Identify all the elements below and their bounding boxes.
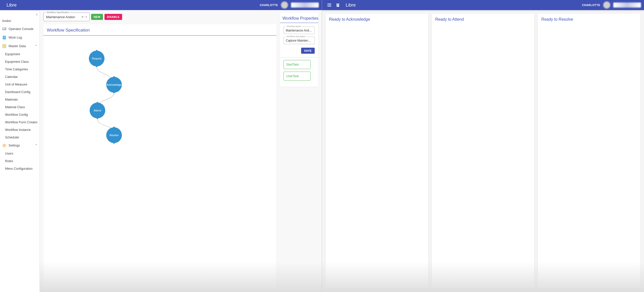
sidebar-item-calendar[interactable]: Calendar [0,73,40,81]
sidebar-item-label: Dashboard Config [5,90,30,94]
node-label: Resolve [110,134,119,137]
sidebar-item-label: Scheduler [5,136,19,139]
sidebar-item-material-class[interactable]: Material Class [0,103,40,111]
sidebar-item-label: Workflow Instance [5,128,31,132]
field-label: Workflow Specification [46,11,70,14]
spec-title: Workflow Specification [43,24,276,35]
sidebar-item-andon[interactable]: Andon [0,17,40,25]
column-ready-to-attend[interactable]: Ready to Attend [432,14,534,288]
chevron-left-icon[interactable]: ‹ [36,12,38,17]
disable-button[interactable]: DISABLE [104,14,122,20]
sidebar-item-materials[interactable]: Materials [0,96,40,103]
workflow-diagram[interactable]: Request Acknowledge Attend Resolve [43,36,276,177]
clipboard-icon[interactable] [334,1,342,9]
right-header: Libre CHARLOTTE [322,0,644,10]
user-task-button[interactable]: UserTask [283,72,311,81]
brand-logo [613,3,641,8]
sidebar-item-label: Workflow Form Creator [5,121,38,124]
sidebar-item-label: Calendar [5,75,18,79]
master-data-icon [2,44,7,48]
gear-icon [2,143,7,148]
sidebar-item-workflow-config[interactable]: Workflow Config [0,111,40,119]
sidebar-item-roles[interactable]: Roles [0,157,40,165]
chevron-up-icon: ⌃ [35,44,38,48]
kanban-board: Ready to Acknowledge Ready to Attend Rea… [322,10,644,292]
sidebar-item-label: Equipment [5,52,20,56]
column-ready-to-resolve[interactable]: Ready to Resolve [538,14,640,288]
sidebar-item-label: Operator Console [9,27,33,31]
avatar[interactable] [603,2,610,9]
sidebar-item-work-log[interactable]: Work Log [0,33,40,42]
sidebar-item-equipment[interactable]: Equipment [0,50,40,58]
svg-rect-17 [337,5,339,5]
node-label: Attend [94,109,101,112]
close-icon[interactable]: × [81,15,85,19]
column-ready-to-acknowledge[interactable]: Ready to Acknowledge [326,14,428,288]
sidebar-item-dashboard-config[interactable]: Dashboard Config [0,88,40,96]
diagram-edges [43,36,276,177]
brand-logo [291,3,319,8]
sidebar-item-scheduler[interactable]: Scheduler [0,134,40,141]
svg-rect-5 [3,37,5,38]
workflow-description-field[interactable]: Workflow Description [283,37,315,44]
field-label: Workflow Description [286,35,307,38]
app-title: Libre [346,3,356,8]
column-title: Ready to Acknowledge [329,17,425,22]
svg-rect-2 [5,28,6,30]
node-acknowledge[interactable]: Acknowledge [106,77,122,93]
sidebar-item-operator-console[interactable]: Operator Console [0,25,40,33]
node-request[interactable]: Request [89,51,104,66]
sidebar-item-time-categories[interactable]: Time Categories [0,66,40,73]
sidebar-item-label: Unit of Measure [5,83,27,86]
new-button[interactable]: NEW [91,14,103,20]
workflow-description-input[interactable] [284,37,314,44]
svg-rect-6 [3,38,5,38]
workflow-name-field[interactable]: Workflow Name [283,26,315,34]
sidebar-item-label: Roles [5,159,13,163]
sidebar-item-master-data[interactable]: Master Data ⌃ [0,42,40,50]
sidebar-item-workflow-form-creator[interactable]: Workflow Form Creator [0,119,40,126]
svg-point-9 [4,145,5,146]
chevron-up-icon: ⌃ [35,144,38,147]
column-title: Ready to Attend [435,17,531,22]
svg-rect-1 [3,29,4,30]
sidebar-item-label: Settings [9,144,20,147]
column-title: Ready to Resolve [541,17,637,22]
sidebar-item-workflow-instance[interactable]: Workflow Instance [0,126,40,134]
avatar[interactable] [281,2,288,9]
sidebar-item-label: Andon [2,19,11,23]
workflow-name-input[interactable] [284,27,314,34]
workflow-spec-value: Maintenance Andon [46,15,81,19]
sidebar-item-label: Materials [5,98,18,101]
svg-rect-16 [337,4,339,5]
svg-rect-4 [3,37,5,37]
sidebar-item-equipment-class[interactable]: Equipment Class [0,58,40,66]
left-header: Libre CHARLOTTE [0,0,322,10]
sidebar-item-unit-of-measure[interactable]: Unit of Measure [0,81,40,88]
sidebar-item-label: Workflow Config [5,113,28,116]
sidebar-item-label: Menu Configuration [5,167,32,170]
sidebar: ‹ Andon Operator Console Work Log [0,10,40,292]
node-label: Request [92,57,101,60]
user-name[interactable]: CHARLOTTE [260,4,278,7]
svg-rect-18 [337,6,338,6]
sidebar-item-label: Material Class [5,105,25,109]
sidebar-item-users[interactable]: Users [0,150,40,157]
sidebar-item-label: Work Log [9,36,22,39]
chevron-down-icon[interactable]: ▾ [85,16,88,18]
sidebar-item-menu-configuration[interactable]: Menu Configuration [0,165,40,172]
console-icon [2,27,7,31]
sidebar-item-label: Time Categories [5,68,28,71]
sidebar-item-settings[interactable]: Settings ⌃ [0,141,40,150]
workflow-spec-select[interactable]: Workflow Specification Maintenance Andon… [43,13,90,21]
sidebar-item-label: Master Data [9,44,26,48]
node-resolve[interactable]: Resolve [106,127,122,143]
log-icon [2,35,7,40]
svg-rect-15 [337,3,339,4]
node-attend[interactable]: Attend [90,103,105,118]
save-button[interactable]: SAVE [301,48,315,54]
node-label: Acknowledge [106,83,121,86]
user-name[interactable]: CHARLOTTE [582,4,600,7]
menu-icon[interactable] [325,1,334,9]
start-task-button[interactable]: StartTask [283,60,311,69]
